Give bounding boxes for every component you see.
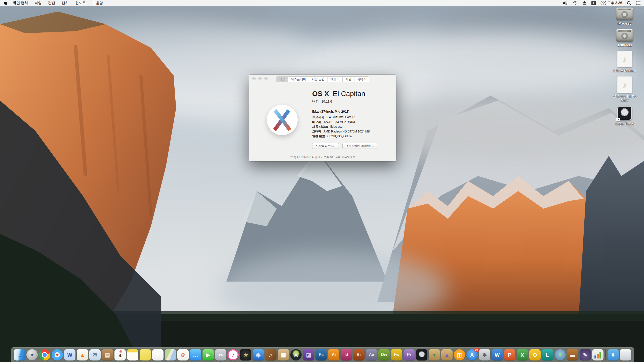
input-source-menu[interactable]: A bbox=[591, 1, 596, 5]
dock-finder[interactable]: ☺ bbox=[14, 349, 25, 360]
dock-outlook[interactable]: O bbox=[529, 349, 541, 360]
menu-file[interactable]: 파일 bbox=[34, 1, 42, 5]
dock-trash[interactable] bbox=[620, 349, 631, 360]
tab-displays[interactable]: 디스플레이 bbox=[288, 77, 309, 82]
os-title: OS X El Capitan bbox=[312, 90, 393, 98]
dock-ibooks[interactable]: ◫ bbox=[454, 349, 465, 360]
wifi-icon[interactable] bbox=[573, 1, 578, 5]
keynote-glyph: ▬ bbox=[570, 352, 575, 357]
dock-numbers[interactable] bbox=[592, 349, 603, 360]
dock-speed-download[interactable]: ⇩ bbox=[554, 349, 566, 360]
dock-garageband[interactable]: ♬ bbox=[265, 349, 276, 360]
dock-downloads-folder[interactable]: ⇩ bbox=[608, 349, 619, 360]
dock-indesign[interactable]: Id bbox=[341, 349, 352, 360]
dock-bridge[interactable]: Br bbox=[353, 349, 365, 360]
dock-itunes[interactable]: ♪ bbox=[227, 349, 239, 360]
reminders-glyph: ≡ bbox=[156, 352, 159, 357]
spotlight-icon[interactable] bbox=[627, 1, 631, 5]
dock-excel[interactable]: X bbox=[517, 349, 528, 360]
dock-after-effects[interactable]: Ae bbox=[366, 349, 377, 360]
notification-center-icon[interactable] bbox=[636, 1, 640, 5]
menu-capture[interactable]: 캡처 bbox=[62, 1, 69, 5]
safari-glyph: ✦ bbox=[55, 352, 60, 357]
close-button[interactable] bbox=[252, 77, 256, 80]
desktop-icon-tu-m-oublies[interactable]: ♪1 Tu M'Oublies bbox=[610, 51, 639, 73]
dock-powerpoint[interactable]: P bbox=[504, 349, 515, 360]
tab-support[interactable]: 지원 bbox=[343, 77, 354, 82]
dock-logic-pro[interactable] bbox=[416, 349, 427, 360]
menu-bar: 화면 캡처파일편집캡처윈도우도움말 A (수) 오후 3:36 bbox=[0, 0, 644, 6]
mac-model: iMac (27-inch, Mid 2011) bbox=[312, 110, 393, 113]
menu-clock[interactable]: (수) 오후 3:36 bbox=[600, 1, 622, 5]
dock-contacts[interactable]: ▤ bbox=[102, 349, 113, 360]
dock-dropstuff[interactable]: ▲ bbox=[441, 349, 453, 360]
desktop-icon-logic-pro-x[interactable]: ↗Logic Pro X bbox=[610, 106, 639, 126]
spec-serial-number-label: 일련 번호 bbox=[312, 134, 325, 138]
desktop-icon-parle-t-il-de-moi[interactable]: ♪12 Parle-T-Il De Moi? bbox=[610, 76, 639, 102]
dock-word[interactable]: W bbox=[492, 349, 503, 360]
dock-dvd-player[interactable]: ◉ bbox=[253, 349, 264, 360]
dock-safari[interactable]: ✦ bbox=[52, 349, 63, 360]
dock-screen-capture-app[interactable]: ✂ bbox=[215, 349, 226, 360]
dock-calendar[interactable]: 3월4 bbox=[114, 349, 126, 360]
apple-menu[interactable] bbox=[4, 1, 7, 5]
dock-facetime[interactable]: ▶ bbox=[203, 349, 214, 360]
dock-stickies[interactable] bbox=[140, 349, 151, 360]
desktop-icon-imac-ssd[interactable]: iMac-ssd bbox=[610, 8, 639, 25]
dock-keynote[interactable]: ▬ bbox=[567, 349, 578, 360]
copyright-footer: ™ 및 © 1983-2016 Apple Inc. 모든 권리 보유. 사용권… bbox=[249, 156, 396, 159]
spec-startup-disk: 시동 디스크iMac-ssd bbox=[312, 124, 393, 129]
volume-icon[interactable] bbox=[563, 1, 568, 5]
tab-service[interactable]: 서비스 bbox=[354, 77, 369, 82]
dock-x-landscape-app[interactable]: X bbox=[290, 349, 302, 360]
web-w-app-glyph: W bbox=[67, 352, 72, 357]
dock-maps[interactable] bbox=[165, 349, 176, 360]
zoom-button[interactable] bbox=[264, 77, 268, 80]
dock-fireworks[interactable]: Fw bbox=[391, 349, 402, 360]
lync-glyph: L bbox=[546, 352, 549, 357]
desktop-icon-1000-hdd[interactable]: 1000-hdd bbox=[610, 29, 639, 47]
dock-app-store[interactable]: A27 bbox=[466, 349, 478, 360]
dock-illustrator[interactable]: Ai bbox=[328, 349, 339, 360]
dock-photos[interactable]: ✿ bbox=[177, 349, 189, 360]
ibooks-glyph: ◫ bbox=[457, 352, 462, 357]
dock-imovie[interactable]: ★ bbox=[240, 349, 251, 360]
minimize-button[interactable] bbox=[258, 77, 262, 80]
dock-items: ☺✦✦W▲✉▤3월4≡✿…▶✂♪★◉♬▦X◪PsAiIdBrAeDwFwPr▼▲… bbox=[11, 347, 634, 362]
dock-dreamweaver[interactable]: Dw bbox=[378, 349, 390, 360]
dock-chrome[interactable] bbox=[39, 349, 50, 360]
tab-storage[interactable]: 저장 공간 bbox=[309, 77, 328, 82]
mail-glyph: ✉ bbox=[93, 352, 97, 357]
dock-stuffit-expander[interactable]: ▼ bbox=[429, 349, 440, 360]
dock-photo-board-app[interactable]: ▦ bbox=[278, 349, 289, 360]
eject-icon[interactable] bbox=[582, 1, 587, 5]
dock-launchpad[interactable]: ✦ bbox=[26, 349, 38, 360]
spec-serial-number-value: C02HQ0CQDHJW bbox=[327, 134, 352, 138]
dock-premiere[interactable]: Pr bbox=[404, 349, 415, 360]
dock-lync[interactable]: L bbox=[542, 349, 553, 360]
about-tabs: 개요디스플레이저장 공간메모리지원서비스 bbox=[276, 76, 369, 82]
calendar-day: 4 bbox=[114, 352, 126, 358]
dock-vlc[interactable]: ▲ bbox=[77, 349, 88, 360]
dock-system-preferences[interactable]: ✻ bbox=[479, 349, 490, 360]
dock-pages[interactable]: ✎ bbox=[580, 349, 591, 360]
menu-edit[interactable]: 편집 bbox=[48, 1, 55, 5]
system-preferences-glyph: ✻ bbox=[482, 352, 487, 357]
menu-window[interactable]: 윈도우 bbox=[75, 1, 86, 5]
system-report-button[interactable]: 시스템 리포트... bbox=[312, 143, 339, 149]
dock-mail[interactable]: ✉ bbox=[89, 349, 101, 360]
software-update-button[interactable]: 소프트웨어 업데이트... bbox=[342, 143, 377, 149]
dock-web-w-app[interactable]: W bbox=[64, 349, 75, 360]
dock-photoshop[interactable]: Ps bbox=[315, 349, 327, 360]
downloads-folder-glyph: ⇩ bbox=[611, 352, 615, 357]
tab-overview[interactable]: 개요 bbox=[276, 77, 288, 82]
dock-toast-titanium[interactable]: ◪ bbox=[303, 349, 314, 360]
menu-help[interactable]: 도움말 bbox=[92, 1, 103, 5]
tab-memory[interactable]: 메모리 bbox=[328, 77, 343, 82]
dock-separator bbox=[605, 349, 606, 360]
dock-reminders[interactable]: ≡ bbox=[152, 349, 164, 360]
dock-notes[interactable] bbox=[127, 349, 138, 360]
menu-screen-capture[interactable]: 화면 캡처 bbox=[13, 1, 28, 5]
dock-messages[interactable]: … bbox=[190, 349, 201, 360]
apple-logo-icon bbox=[4, 1, 7, 5]
